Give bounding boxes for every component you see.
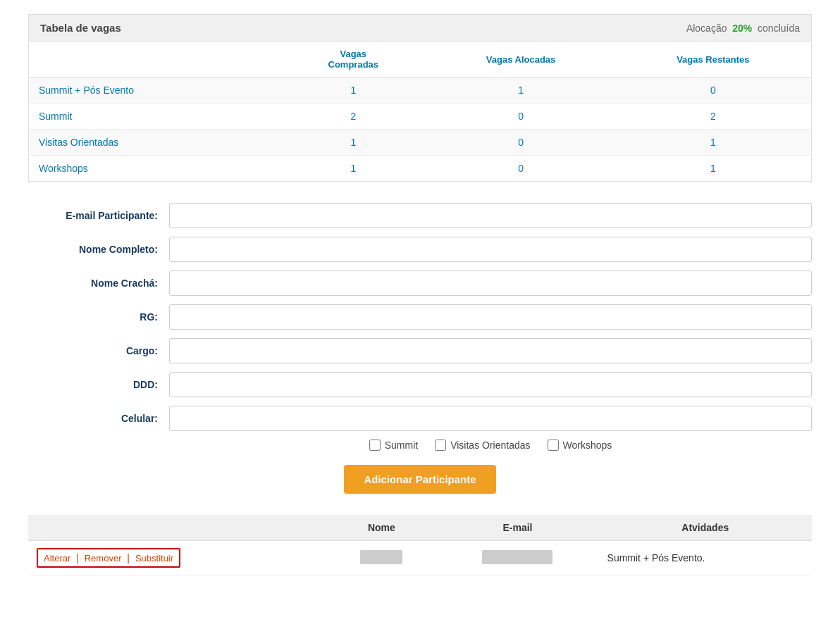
table-row: Visitas Orientadas 1 0 1 (29, 130, 812, 156)
add-participant-button[interactable]: Adicionar Participante (344, 465, 495, 494)
table-header-bar: Tabela de vagas Alocação 20% concluída (28, 14, 812, 42)
row-restantes: 0 (615, 77, 812, 104)
col-name (29, 42, 280, 77)
nome-cell (326, 541, 436, 575)
checkbox-item: Workshops (548, 440, 612, 451)
cracha-input[interactable] (169, 270, 812, 296)
allocation-percent: 20% (732, 23, 752, 34)
vagas-table-section: Tabela de vagas Alocação 20% concluída V… (28, 14, 812, 182)
cracha-label: Nome Crachá: (28, 278, 169, 289)
celular-input[interactable] (169, 406, 812, 431)
checkboxes-row: Summit Visitas Orientadas Workshops (169, 440, 812, 451)
row-name: Workshops (29, 156, 280, 182)
celular-label: Celular: (28, 413, 169, 424)
rg-label: RG: (28, 311, 169, 323)
col-restantes: Vagas Restantes (615, 42, 812, 77)
nome-label: Nome Completo: (28, 244, 169, 255)
ddd-row: DDD: (28, 372, 812, 397)
table-row: Summit + Pós Evento 1 1 0 (29, 77, 812, 104)
table-row: Summit 2 0 2 (29, 104, 812, 130)
col-email: E-mail (436, 515, 598, 541)
row-name: Visitas Orientadas (29, 130, 280, 156)
table-row: Workshops 1 0 1 (29, 156, 812, 182)
nome-row: Nome Completo: (28, 237, 812, 262)
allocation-suffix: concluída (758, 23, 800, 34)
cargo-label: Cargo: (28, 345, 169, 356)
allocation-label: Alocação (686, 23, 727, 34)
nome-blurred (360, 550, 402, 564)
email-row: E-mail Participante: (28, 203, 812, 228)
row-alocadas: 0 (426, 104, 614, 130)
vagas-table: VagasCompradas Vagas Alocadas Vagas Rest… (28, 42, 812, 182)
email-label: E-mail Participante: (28, 210, 169, 221)
participant-row: Alterar | Remover | Substituir Summit + … (28, 541, 812, 575)
checkbox-cb-summit[interactable] (369, 440, 381, 451)
cargo-row: Cargo: (28, 338, 812, 363)
action-link-alterar[interactable]: Alterar (44, 553, 70, 563)
checkbox-item: Visitas Orientadas (435, 440, 530, 451)
participant-form: E-mail Participante: Nome Completo: Nome… (28, 203, 812, 451)
nome-input[interactable] (169, 237, 812, 262)
separator: | (124, 552, 132, 563)
row-compradas: 1 (280, 77, 426, 104)
cracha-row: Nome Crachá: (28, 270, 812, 296)
row-alocadas: 0 (426, 130, 614, 156)
col-alocadas: Vagas Alocadas (426, 42, 614, 77)
rg-input[interactable] (169, 304, 812, 330)
row-name: Summit (29, 104, 280, 130)
row-compradas: 2 (280, 104, 426, 130)
email-input[interactable] (169, 203, 812, 228)
row-compradas: 1 (280, 130, 426, 156)
activity-cell: Summit + Pós Evento. (599, 541, 812, 575)
email-cell (436, 541, 598, 575)
row-alocadas: 1 (426, 77, 614, 104)
row-restantes: 2 (615, 104, 812, 130)
cargo-input[interactable] (169, 338, 812, 363)
row-restantes: 1 (615, 130, 812, 156)
ddd-label: DDD: (28, 379, 169, 390)
checkbox-item: Summit (369, 440, 418, 451)
allocation-info: Alocação 20% concluída (686, 23, 800, 34)
row-name: Summit + Pós Evento (29, 77, 280, 104)
col-compradas: VagasCompradas (280, 42, 426, 77)
actions-cell: Alterar | Remover | Substituir (28, 541, 326, 575)
col-atividades: Atvidades (599, 515, 812, 541)
checkbox-cb-visitas[interactable] (435, 440, 446, 451)
checkbox-cb-workshops[interactable] (548, 440, 559, 451)
row-alocadas: 0 (426, 156, 614, 182)
action-links-group: Alterar | Remover | Substituir (37, 548, 180, 568)
action-link-remover[interactable]: Remover (85, 553, 122, 563)
checkbox-label: Visitas Orientadas (450, 440, 530, 451)
row-restantes: 1 (615, 156, 812, 182)
celular-row: Celular: (28, 406, 812, 431)
action-link-substituir[interactable]: Substituir (135, 553, 173, 563)
rg-row: RG: (28, 304, 812, 330)
ddd-input[interactable] (169, 372, 812, 397)
table-title: Tabela de vagas (40, 22, 121, 34)
email-blurred (482, 550, 552, 564)
checkbox-label: Workshops (563, 440, 612, 451)
table-header-row: VagasCompradas Vagas Alocadas Vagas Rest… (29, 42, 812, 77)
participants-table: Nome E-mail Atvidades Alterar | Remover … (28, 515, 812, 575)
separator: | (73, 552, 81, 563)
checkbox-label: Summit (385, 440, 418, 451)
col-actions (28, 515, 326, 541)
participants-header-row: Nome E-mail Atvidades (28, 515, 812, 541)
col-nome: Nome (326, 515, 436, 541)
row-compradas: 1 (280, 156, 426, 182)
